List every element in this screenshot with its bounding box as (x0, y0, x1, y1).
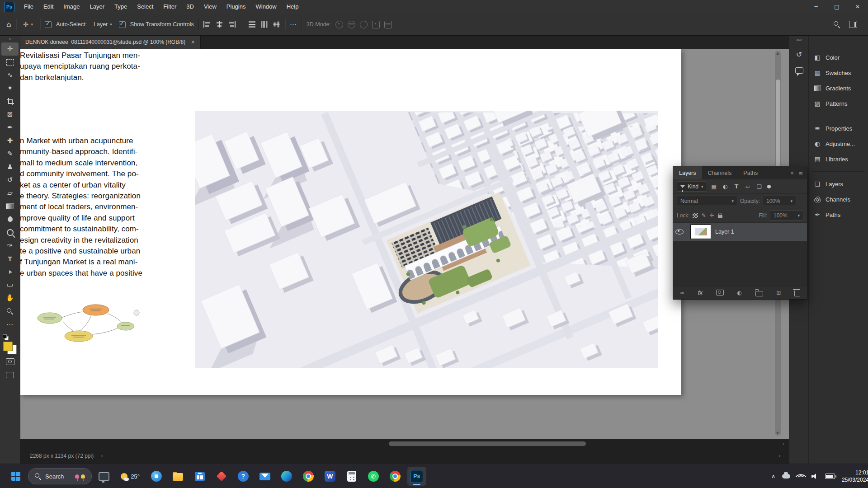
document-tab[interactable]: DENNOK doneee_08111940000031@stude.psd @… (20, 35, 201, 49)
menu-item-select[interactable]: Select (132, 0, 158, 14)
3d-orbit-icon[interactable] (335, 21, 343, 28)
taskbar-icon-photoshop[interactable]: Ps (407, 467, 426, 486)
zoom-tool[interactable] (1, 305, 19, 318)
rectangle-tool[interactable]: ▭ (1, 278, 19, 291)
fill-field[interactable]: 100% ▾ (770, 210, 803, 221)
edit-toolbar-button[interactable]: ⋯ (1, 318, 19, 331)
hand-tool[interactable]: ✋ (1, 291, 19, 305)
menu-item-file[interactable]: File (19, 0, 38, 14)
show-transform-checkbox[interactable] (119, 21, 126, 28)
quick-mask-button[interactable] (1, 355, 19, 368)
filter-adjustment-icon[interactable]: ◐ (721, 183, 730, 190)
filter-toggle-icon[interactable] (767, 185, 771, 188)
taskbar-icon-microsoft-store[interactable] (190, 467, 209, 486)
wifi-icon[interactable] (795, 471, 806, 482)
taskbar-icon-word[interactable]: W (321, 467, 340, 486)
expand-panels-icon[interactable]: «« (796, 37, 802, 44)
menu-item-filter[interactable]: Filter (158, 0, 181, 14)
auto-select-checkbox[interactable] (45, 21, 52, 28)
filter-type-icon[interactable]: T (732, 183, 741, 190)
menu-item-layer[interactable]: Layer (85, 0, 110, 14)
panel-item-properties[interactable]: ≡Properties (809, 121, 868, 136)
adjustment-layer-icon[interactable]: ◐ (737, 290, 742, 296)
menu-item-type[interactable]: Type (109, 0, 132, 14)
panel-item-adjustments[interactable]: ◐Adjustme... (809, 136, 868, 151)
panel-item-libraries[interactable]: ▤Libraries (809, 151, 868, 167)
search-box[interactable]: Search (28, 468, 92, 484)
home-icon[interactable]: ⌂ (6, 20, 11, 29)
maximize-button[interactable]: □ (826, 0, 847, 14)
menu-item-3d[interactable]: 3D (181, 0, 199, 14)
status-expand-icon[interactable]: › (101, 453, 103, 459)
layer-row[interactable]: Layer 1 (673, 223, 807, 241)
close-tab-icon[interactable]: ✕ (191, 39, 195, 45)
menu-item-view[interactable]: View (199, 0, 222, 14)
kind-filter-dropdown[interactable]: Kind ▾ (677, 181, 707, 192)
clock[interactable]: 12:01 25/03/2024 (842, 469, 868, 483)
taskbar-icon-blue-round-app[interactable] (147, 467, 166, 486)
3d-pan-icon[interactable] (360, 21, 368, 28)
auto-select-dropdown[interactable]: Layer ▾ (91, 19, 114, 29)
panel-item-swatches[interactable]: ▦Swatches (809, 65, 868, 80)
layer-thumbnail[interactable] (690, 225, 711, 239)
panel-item-gradients[interactable]: Gradients (809, 80, 868, 96)
panel-item-patterns[interactable]: ▨Patterns (809, 96, 868, 111)
tool-preset-button[interactable]: ✛ ▾ (21, 19, 35, 30)
filter-pixel-icon[interactable]: ▦ (710, 183, 718, 190)
battery-icon[interactable] (825, 474, 835, 479)
menu-item-plugins[interactable]: Plugins (222, 0, 251, 14)
more-options-icon[interactable]: ⋯ (290, 20, 297, 28)
new-layer-icon[interactable]: ⊞ (776, 290, 781, 296)
lock-all-icon[interactable] (718, 215, 722, 218)
3d-roll-icon[interactable] (348, 21, 355, 28)
menu-item-window[interactable]: Window (250, 0, 281, 14)
close-button[interactable]: ✕ (847, 0, 868, 14)
align-center-icon[interactable] (216, 21, 223, 28)
brush-tool[interactable]: ✎ (1, 147, 19, 160)
distribute-center-icon[interactable] (261, 21, 267, 28)
lock-paint-icon[interactable]: ✎ (702, 213, 706, 218)
weather-widget[interactable]: 25° (116, 473, 144, 480)
visibility-toggle[interactable] (673, 223, 686, 241)
healing-brush-tool[interactable]: ✚ (1, 134, 19, 147)
distribute-top-icon[interactable] (248, 21, 256, 28)
marquee-tool[interactable] (1, 56, 19, 69)
lasso-tool[interactable]: ∿ (1, 69, 19, 82)
add-mask-icon[interactable] (716, 290, 724, 296)
scroll-right-icon[interactable]: › (778, 441, 789, 447)
taskbar-icon-browser-2[interactable] (386, 467, 405, 486)
workspace-icon[interactable] (849, 21, 857, 28)
gradient-tool[interactable] (1, 200, 19, 213)
taskbar-icon-chrome[interactable] (299, 467, 318, 486)
object-selection-tool[interactable]: ✦ (1, 82, 19, 95)
default-colors-icon[interactable] (3, 334, 9, 340)
blend-mode-dropdown[interactable]: Normal ▾ (677, 196, 737, 206)
frame-tool[interactable]: ⊠ (1, 108, 19, 121)
clone-stamp-tool[interactable]: ♟ (1, 160, 19, 174)
pen-tool[interactable]: ✑ (1, 239, 19, 252)
eraser-tool[interactable]: ▱ (1, 187, 19, 200)
tab-channels[interactable]: Channels (702, 166, 738, 179)
menu-item-help[interactable]: Help (282, 0, 304, 14)
scroll-down-icon[interactable]: ▼ (776, 431, 779, 435)
taskbar-icon-photos[interactable] (212, 467, 231, 486)
lock-position-icon[interactable]: ✛ (710, 213, 714, 218)
menu-item-edit[interactable]: Edit (38, 0, 58, 14)
taskbar-icon-whatsapp[interactable]: ✆ (364, 467, 383, 486)
path-selection-tool[interactable]: ➤ (1, 265, 19, 278)
horizontal-scroll-thumb[interactable] (389, 441, 586, 446)
link-layers-icon[interactable]: ∞ (680, 290, 684, 296)
layer-name[interactable]: Layer 1 (715, 229, 734, 235)
new-group-icon[interactable] (755, 291, 763, 296)
horizontal-scroll-track[interactable] (11, 439, 778, 449)
taskbar-icon-get-help[interactable]: ? (234, 467, 253, 486)
crop-tool[interactable] (1, 95, 19, 108)
dodge-tool[interactable] (1, 226, 19, 239)
toolbar-collapse-icon[interactable]: » (0, 35, 20, 42)
history-panel-button[interactable]: ↺ (793, 48, 806, 61)
taskbar-icon-mail[interactable] (255, 467, 274, 486)
layer-style-icon[interactable]: fx (698, 290, 703, 296)
collapse-panel-icon[interactable]: » (791, 170, 794, 176)
distribute-bottom-icon[interactable] (273, 21, 279, 28)
comments-panel-button[interactable] (793, 64, 806, 77)
